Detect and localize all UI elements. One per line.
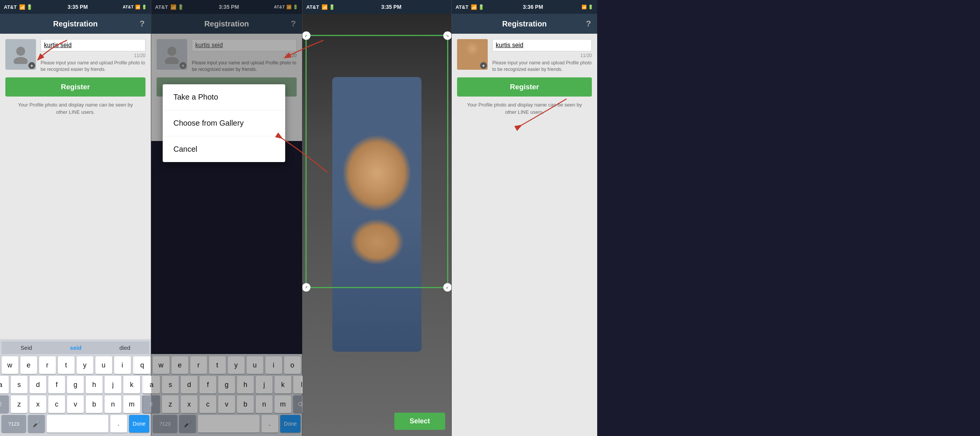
svg-point-0 [16, 47, 25, 56]
status-right-4: 📶 🔋 [581, 5, 593, 10]
carrier-1: AT&T [4, 4, 17, 10]
key-period-1[interactable]: . [110, 415, 127, 433]
char-count-1: 11/20 [41, 53, 145, 58]
key-i-1[interactable]: i [114, 356, 131, 374]
select-button[interactable]: Select [394, 413, 445, 430]
key-t-1[interactable]: t [58, 356, 75, 374]
profile-row-4: + 11/20 Please input your name and uploa… [457, 39, 592, 73]
name-input-4[interactable] [492, 39, 592, 51]
key-mic-1[interactable]: 🎤 [28, 415, 45, 433]
help-icon-1[interactable]: ? [140, 19, 145, 29]
modal-box-2: Take a Photo Choose from Gallery Cancel [163, 84, 285, 162]
key-y-1[interactable]: y [77, 356, 93, 374]
key-e-1[interactable]: e [20, 356, 37, 374]
key-q-2[interactable]: q [134, 356, 151, 374]
crop-handle-tr[interactable]: ↘ [443, 31, 451, 40]
reg-area-4: + 11/20 Please input your name and uploa… [452, 34, 597, 436]
key-row-bottom-1: ?123 🎤 . Done [2, 415, 149, 433]
key-v-1[interactable]: v [67, 395, 84, 413]
modal-cancel[interactable]: Cancel [163, 136, 285, 162]
status-bar-4: AT&T 📶 🔋 3:36 PM 📶 🔋 [452, 0, 597, 14]
crop-handle-tl[interactable]: ↙ [302, 31, 310, 40]
key-n-1[interactable]: n [105, 395, 121, 413]
register-button-1[interactable]: Register [5, 77, 145, 97]
key-space-1[interactable] [47, 415, 108, 433]
select-btn-container: Select [394, 413, 445, 430]
status-left-1: AT&T 📶 🔋 [4, 4, 33, 10]
key-r-1[interactable]: r [39, 356, 56, 374]
crop-handle-bl[interactable]: ↗ [302, 283, 310, 292]
svg-point-1 [14, 57, 28, 64]
time-3: 3:35 PM [381, 4, 402, 10]
key-f-1[interactable]: f [48, 376, 65, 393]
status-bar-3: AT&T 📶 🔋 3:35 PM [302, 0, 451, 14]
avatar-icon-1 [11, 45, 30, 64]
avatar-plus-4[interactable]: + [480, 62, 487, 69]
suggestions-row-1: Seid seid died [2, 341, 149, 354]
modal-overlay-2: Take a Photo Choose from Gallery Cancel [151, 0, 302, 436]
status-left-3: AT&T 📶 🔋 [306, 4, 335, 10]
title-bar-1: Registration ? [0, 14, 151, 34]
hint-text-4: Please input your name and upload Profil… [492, 60, 592, 73]
title-bar-4: Registration ? [452, 14, 597, 34]
photo-person [332, 77, 421, 351]
name-input-1[interactable] [41, 39, 145, 51]
status-icons-1: 📶 🔋 [19, 4, 33, 10]
keyboard-1: Seid seid died q w e r t y u i o p a s d… [0, 339, 151, 436]
key-z-1[interactable]: z [11, 395, 28, 413]
key-w-1[interactable]: w [2, 356, 18, 374]
key-b-1[interactable]: b [86, 395, 103, 413]
key-k-1[interactable]: k [123, 376, 140, 393]
profile-info-1: 11/20 Please input your name and upload … [41, 39, 145, 73]
screen-title-1: Registration [53, 20, 98, 28]
help-icon-4[interactable]: ? [586, 19, 591, 29]
time-4: 3:36 PM [523, 4, 543, 10]
avatar-box-1[interactable]: + [5, 39, 36, 70]
key-a-1[interactable]: a [0, 376, 9, 393]
avatar-plus-1[interactable]: + [28, 62, 35, 69]
key-h-1[interactable]: h [86, 376, 103, 393]
reg-area-1: + 11/20 Please input your name and uploa… [0, 34, 151, 339]
modal-take-photo[interactable]: Take a Photo [163, 84, 285, 110]
status-left-4: AT&T 📶 🔋 [456, 4, 484, 10]
screen-4: AT&T 📶 🔋 3:36 PM 📶 🔋 Registration ? + 11… [452, 0, 597, 436]
char-count-4: 11/20 [492, 53, 592, 58]
carrier-r-1: AT&T [122, 5, 134, 9]
screen-1: AT&T 📶 🔋 3:35 PM AT&T 📶 🔋 Registration ?… [0, 0, 151, 436]
key-row-q-1: q w e r t y u i o p [2, 356, 149, 374]
key-shift-1[interactable]: ⇧ [0, 395, 9, 413]
hint-text-1: Please input your name and upload Profil… [41, 60, 145, 73]
screen-3: AT&T 📶 🔋 3:35 PM ↙ ↘ ↗ ↙ Select [302, 0, 452, 436]
key-sym-1[interactable]: ?123 [2, 415, 26, 433]
key-row-z-1: ⇧ z x c v b n m ⌫ [2, 395, 149, 413]
key-d-1[interactable]: d [29, 376, 46, 393]
carrier-3: AT&T [306, 4, 319, 10]
key-j-1[interactable]: j [105, 376, 121, 393]
screen-title-4: Registration [502, 20, 547, 28]
modal-choose-gallery[interactable]: Choose from Gallery [163, 110, 285, 136]
key-s-1[interactable]: s [11, 376, 28, 393]
screen-2: AT&T 📶 🔋 3:35 PM AT&T 📶 🔋 Registration ?… [151, 0, 302, 436]
carrier-4: AT&T [456, 4, 469, 10]
crop-handle-br[interactable]: ↙ [443, 283, 451, 292]
key-g-1[interactable]: g [67, 376, 84, 393]
footer-text-1: Your Profile photo and display name can … [5, 101, 145, 116]
status-bar-1: AT&T 📶 🔋 3:35 PM AT&T 📶 🔋 [0, 0, 151, 14]
suggestion-died[interactable]: died [116, 344, 134, 352]
photo-crop-area: ↙ ↘ ↗ ↙ Select [302, 14, 451, 436]
photo-bg: ↙ ↘ ↗ ↙ [302, 14, 451, 436]
key-done-1[interactable]: Done [129, 415, 149, 433]
profile-row-1: + 11/20 Please input your name and uploa… [5, 39, 145, 73]
footer-text-4: Your Profile photo and display name can … [457, 101, 592, 116]
signal-1: 📶 🔋 [135, 5, 147, 10]
key-row-a-1: a s d f g h j k l [2, 376, 149, 393]
time-1: 3:35 PM [67, 4, 88, 10]
suggestion-seid-active[interactable]: seid [66, 344, 85, 352]
key-m-1[interactable]: m [123, 395, 140, 413]
register-button-4[interactable]: Register [457, 77, 592, 97]
key-x-1[interactable]: x [29, 395, 46, 413]
avatar-box-4[interactable]: + [457, 39, 488, 70]
key-u-1[interactable]: u [95, 356, 112, 374]
suggestion-seid[interactable]: Seid [17, 344, 36, 352]
key-c-1[interactable]: c [48, 395, 65, 413]
